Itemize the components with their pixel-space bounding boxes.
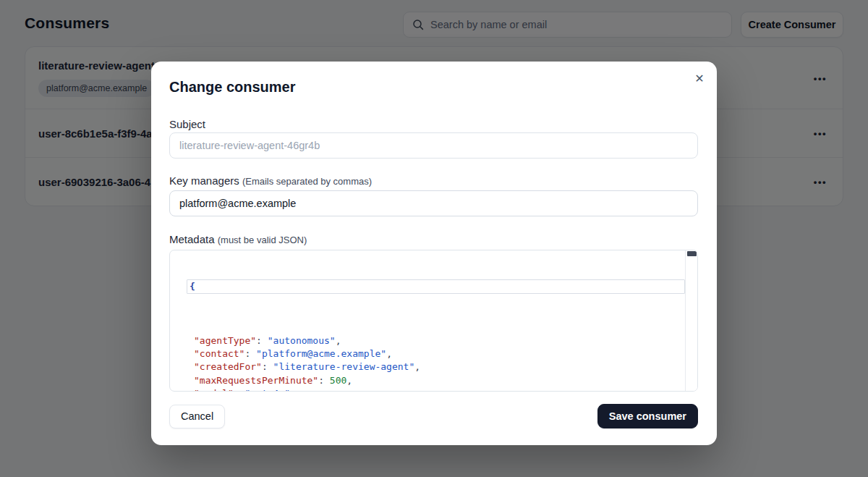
subject-label: Subject [169,118,205,130]
dialog-footer: Cancel Save consumer [169,404,698,429]
key-managers-hint: (Emails separated by commas) [242,176,372,187]
json-line: { [187,279,685,294]
key-managers-input[interactable] [169,190,698,216]
save-consumer-button[interactable]: Save consumer [597,404,698,429]
json-open-brace: { [190,281,195,292]
cancel-button[interactable]: Cancel [169,405,225,429]
dialog-title: Change consumer [169,79,295,96]
key-managers-label-text: Key managers [169,174,239,187]
json-line: "createdFor": "literature-review-agent", [187,360,685,373]
subject-label-text: Subject [169,118,205,130]
metadata-label-text: Metadata [169,233,215,245]
metadata-json-editor[interactable]: { "agentType": "autonomous","contact": "… [169,250,698,392]
close-icon[interactable]: ✕ [689,69,710,89]
key-managers-label: Key managers (Emails separated by commas… [169,174,372,187]
metadata-label: Metadata (must be valid JSON) [169,233,307,245]
editor-scrollbar[interactable] [685,250,697,391]
json-line: "model": "gpt-4o", [187,387,685,391]
subject-input[interactable] [169,132,698,159]
json-line: "maxRequestsPerMinute": 500, [187,374,685,387]
metadata-hint: (must be valid JSON) [218,235,307,245]
editor-scrollbar-thumb[interactable] [687,251,697,256]
change-consumer-dialog: ✕ Change consumer Subject Key managers (… [151,62,717,445]
json-line: "agentType": "autonomous", [187,334,685,347]
json-line: "contact": "platform@acme.example", [187,347,685,360]
json-editor-lines: { "agentType": "autonomous","contact": "… [187,253,685,391]
